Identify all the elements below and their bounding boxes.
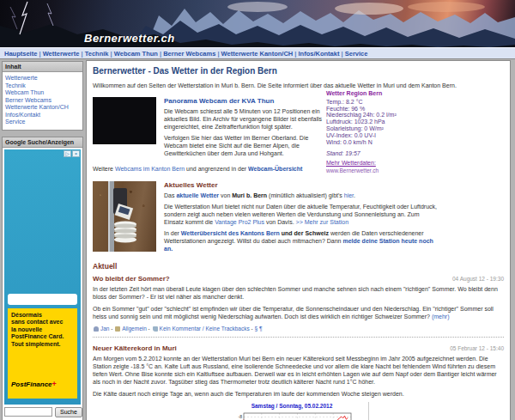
ad-close-icon[interactable]: × (72, 150, 80, 157)
nav-berner-webcams[interactable]: Berner Webcams (163, 50, 215, 58)
article-meta: Jan - Allgemein - Kein Kommentar / Keine… (93, 325, 504, 332)
google-search-input[interactable] (4, 407, 52, 417)
widget-humidity: Feuchte: 96 % (326, 106, 421, 113)
nav-wetterwerte-kanton-ch[interactable]: Wetterwerte Kanton/CH (221, 50, 294, 58)
chart-title: Samstag / Sonntag, 05.02.2012 (228, 402, 356, 410)
widget-uv: UV-Index: 0.0 UV-I (326, 132, 421, 139)
hier-link[interactable]: hier (344, 192, 354, 198)
welcome-text: Willkommen auf den Seiten der Wetterstat… (93, 82, 504, 89)
ad-text-line: Désormais (11, 312, 74, 320)
nav-webcam-thun[interactable]: Webcam Thun (114, 50, 158, 58)
postfinance-ad[interactable]: ▷ × Désormais sans contact avec la nouve… (4, 149, 81, 405)
svg-text:-8: -8 (238, 414, 242, 419)
panorama-heading-link[interactable]: Panorama Webcam der KVA Thun (164, 97, 329, 105)
widget-pressure: Luftdruck: 1023.2 hPa (326, 119, 421, 125)
article-paragraph: Ob ein Sommer "gut" oder "schlecht" ist … (93, 305, 504, 320)
nav-hauptseite[interactable]: Hauptseite (4, 50, 37, 58)
text-segment: Muri b. Bern (232, 192, 267, 198)
article-title[interactable]: Neuer Kälterekord in Muri (93, 344, 177, 352)
text-segment: Weitere (93, 166, 115, 172)
text-segment: von (219, 192, 232, 198)
category-link[interactable]: Allgemein (122, 326, 147, 332)
webcam-uebersicht-link[interactable]: Webcam-Übersicht (248, 166, 302, 172)
nav-technik[interactable]: Technik (85, 50, 109, 58)
text-segment: und der Schweiz (280, 230, 329, 236)
inhalt-title: Inhalt (3, 62, 82, 72)
aktuelles-paragraph: Das aktuelle Wetter von Muri b. Bern (mi… (164, 192, 440, 199)
sidebar-item-berner-webcams[interactable]: Berner Webcams (3, 97, 82, 105)
vantage-pro2-link[interactable]: Vantage Pro2 Plus (215, 219, 264, 225)
more-weatherdata-link[interactable]: Mehr Wetterdaten: (326, 160, 421, 167)
nav-wetterwerte[interactable]: Wetterwerte (43, 50, 80, 58)
text-segment: (minütlich aktualisiert) gibt's (267, 192, 344, 198)
main-content: Bernerwetter - Das Wetter in der Region … (86, 60, 511, 420)
author-link[interactable]: Jan (100, 326, 109, 332)
sidebar-item-infos-kontakt[interactable]: Infos/Kontakt (3, 112, 82, 119)
temperature-chart-svg: -8-10-12-14-16-18Temp. (°C) (228, 411, 357, 420)
lightning-icon (20, 2, 27, 34)
sidebar-item-wetterwerte[interactable]: Wetterwerte (3, 75, 82, 82)
weather-station-thumbnail[interactable] (93, 181, 156, 252)
ad-text-line: la nouvelle (11, 326, 74, 334)
paragraph-link[interactable]: ¶ (259, 326, 263, 332)
webcam-thumbnail[interactable] (93, 97, 156, 144)
widget-wind: Wind: 0.0 km/h N (326, 139, 421, 146)
aktuelles-paragraph: Die Wetterstation Muri bietet nicht nur … (164, 203, 440, 226)
article-sommer: Wo bleibt der Sommer? 04 August 12 - 19:… (93, 275, 504, 332)
aktuell-heading: Aktuell (93, 263, 504, 271)
webcams-kanton-bern-link[interactable]: Webcams im Kanton Bern (115, 166, 185, 172)
widget-timestamp: Stand: 19:57 (326, 150, 421, 157)
aktuelles-paragraph: In der Wetterübersicht des Kantons Bern … (164, 229, 440, 253)
sidebar-item-service[interactable]: Service (3, 119, 82, 126)
article-kaelterekord: Neuer Kälterekord in Muri 05 Februar 12 … (93, 344, 504, 420)
article-separator (93, 337, 504, 338)
ad-text-line: sans contact avec (11, 319, 74, 326)
panorama-paragraph: Die Webcam schiesst alle 5 Minuten von 1… (164, 107, 329, 131)
widget-temp: Temp.: 8.2 °C (326, 99, 421, 106)
author-icon (94, 326, 99, 332)
google-box: Google Suche/Anzeigen ▷ × Désormais sans… (2, 137, 83, 420)
aktuelles-wetter-heading: Aktuelles Wetter (164, 181, 440, 189)
postfinance-mark-icon: + (52, 380, 57, 388)
article-paragraph: Am Morgen vom 5.2.2012 konnte an der Wet… (93, 355, 504, 386)
aktuelles-wetter-section: Aktuelles Wetter Das aktuelle Wetter von… (93, 181, 504, 256)
article-date: 05 Februar 12 - 15:40 (450, 344, 504, 352)
adchoices-icon[interactable]: ▷ (64, 150, 71, 157)
nav-service[interactable]: Service (345, 50, 368, 58)
widget-url-link[interactable]: www.Bernerwetter.ch (326, 167, 421, 174)
sidebar-item-wetterwerte-kanton[interactable]: Wetterwerte Kanton/CH (3, 104, 82, 112)
article-date: 04 August 12 - 19:30 (452, 275, 504, 283)
comments-link[interactable]: Kein Kommentar / Keine Trackbacks (160, 326, 250, 332)
aktuelles-wetter-link[interactable]: aktuelle Wetter (176, 192, 219, 198)
postfinance-logo: PostFinance+ (11, 380, 57, 388)
site-logo: Bernerwetter.ch (84, 32, 175, 45)
text-segment: In der (164, 230, 181, 236)
header-banner: Bernerwetter.ch (0, 0, 515, 47)
ad-yellow-panel[interactable]: Désormais sans contact avec la nouvelle … (8, 308, 77, 399)
category-icon (115, 326, 120, 332)
article-title[interactable]: Wo bleibt der Sommer? (93, 275, 170, 283)
widget-solar: Solarleistung: 0 W/m² (326, 125, 421, 132)
article-paragraph: Die Kälte dauert noch einige Tage an, we… (93, 390, 504, 398)
page-title: Bernerwetter - Das Wetter in der Region … (93, 67, 504, 75)
search-button[interactable]: Suche (55, 407, 82, 417)
google-box-title: Google Suche/Anzeigen (3, 137, 82, 148)
weather-widget: Wetter Region Bern Temp.: 8.2 °C Feuchte… (326, 90, 421, 174)
weitere-webcams-line: Weitere Webcams im Kanton Bern und angre… (93, 165, 504, 173)
mehr-link[interactable]: (mehr) (432, 313, 450, 320)
wetteruebersicht-link[interactable]: Wetterübersicht des Kantons Bern (181, 230, 280, 236)
article-paragraph: In der letzten Zeit hört man überall Leu… (93, 285, 504, 301)
text-segment: - (109, 326, 114, 332)
widget-precipitation: Niederschlag 24h: 0.2 l/m² (326, 112, 421, 119)
text-segment: - (147, 326, 152, 332)
mehr-zur-station-link[interactable]: >> Mehr zur Station (296, 219, 348, 225)
text-segment: von Davis. (264, 219, 296, 225)
ad-text-line: Tout simplement. (11, 341, 74, 349)
panorama-paragraph: Verfolgen Sie hier das Wetter im Berner … (164, 134, 329, 157)
comments-icon (153, 326, 158, 332)
nav-infos-kontakt[interactable]: Infos/Kontakt (299, 50, 340, 58)
sidebar-item-technik[interactable]: Technik (3, 82, 82, 90)
sidebar-item-webcam-thun[interactable]: Webcam Thun (3, 89, 82, 97)
sidebar: Inhalt Wetterwerte Technik Webcam Thun B… (2, 61, 83, 420)
panorama-section: Panorama Webcam der KVA Thun Die Webcam … (93, 97, 504, 161)
